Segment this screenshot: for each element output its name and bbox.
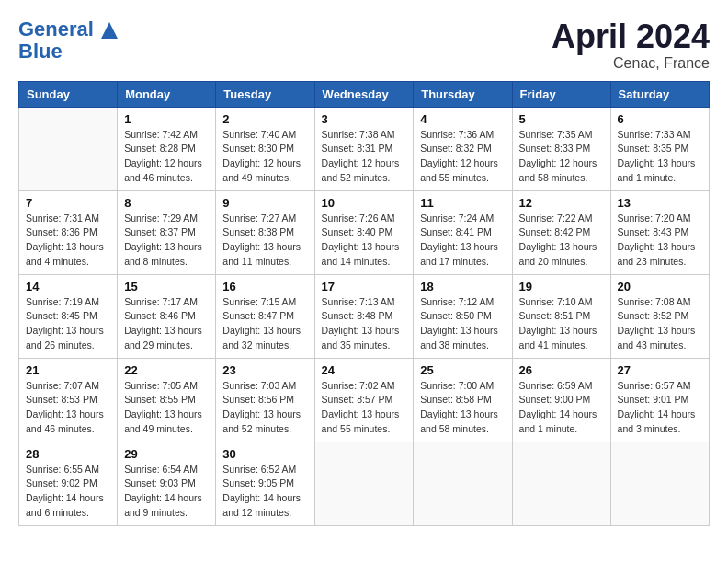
day-info: Sunrise: 7:22 AMSunset: 8:42 PMDaylight:… xyxy=(519,212,604,270)
calendar-cell: 7Sunrise: 7:31 AMSunset: 8:36 PMDaylight… xyxy=(19,190,118,274)
day-number: 11 xyxy=(420,196,505,210)
svg-marker-0 xyxy=(101,22,118,39)
day-number: 29 xyxy=(124,447,209,461)
col-header-monday: Monday xyxy=(118,81,216,107)
day-info: Sunrise: 7:42 AMSunset: 8:28 PMDaylight:… xyxy=(124,128,209,186)
col-header-friday: Friday xyxy=(512,81,610,107)
calendar-cell: 19Sunrise: 7:10 AMSunset: 8:51 PMDayligh… xyxy=(512,274,610,358)
day-info: Sunrise: 6:54 AMSunset: 9:03 PMDaylight:… xyxy=(124,463,209,521)
calendar-cell: 17Sunrise: 7:13 AMSunset: 8:48 PMDayligh… xyxy=(314,274,414,358)
day-number: 7 xyxy=(26,196,110,210)
calendar-cell xyxy=(314,442,414,525)
day-info: Sunrise: 7:20 AMSunset: 8:43 PMDaylight:… xyxy=(618,212,702,270)
day-info: Sunrise: 7:03 AMSunset: 8:56 PMDaylight:… xyxy=(222,379,307,437)
day-info: Sunrise: 7:40 AMSunset: 8:30 PMDaylight:… xyxy=(222,128,307,186)
calendar-cell: 18Sunrise: 7:12 AMSunset: 8:50 PMDayligh… xyxy=(414,274,512,358)
calendar-cell: 1Sunrise: 7:42 AMSunset: 8:28 PMDaylight… xyxy=(118,107,216,190)
day-number: 1 xyxy=(124,112,209,126)
day-number: 8 xyxy=(124,196,209,210)
week-row-2: 7Sunrise: 7:31 AMSunset: 8:36 PMDaylight… xyxy=(19,190,710,274)
day-info: Sunrise: 7:29 AMSunset: 8:37 PMDaylight:… xyxy=(124,212,209,270)
day-info: Sunrise: 7:31 AMSunset: 8:36 PMDaylight:… xyxy=(26,212,110,270)
col-header-sunday: Sunday xyxy=(19,81,118,107)
day-number: 27 xyxy=(618,363,702,377)
month-title: April 2024 xyxy=(552,18,710,55)
day-number: 20 xyxy=(618,280,702,293)
day-number: 12 xyxy=(519,196,604,210)
calendar-cell: 20Sunrise: 7:08 AMSunset: 8:52 PMDayligh… xyxy=(610,274,709,358)
day-number: 26 xyxy=(519,363,604,377)
logo: General Blue xyxy=(18,18,118,63)
calendar-cell: 2Sunrise: 7:40 AMSunset: 8:30 PMDaylight… xyxy=(216,107,314,190)
day-info: Sunrise: 7:07 AMSunset: 8:53 PMDaylight:… xyxy=(26,379,110,437)
logo-text: General xyxy=(18,18,118,40)
calendar-cell: 3Sunrise: 7:38 AMSunset: 8:31 PMDaylight… xyxy=(314,107,414,190)
day-number: 28 xyxy=(26,447,110,461)
day-number: 17 xyxy=(322,280,407,293)
calendar-header-row: SundayMondayTuesdayWednesdayThursdayFrid… xyxy=(19,81,710,107)
location: Cenac, France xyxy=(552,55,710,72)
day-info: Sunrise: 7:33 AMSunset: 8:35 PMDaylight:… xyxy=(618,128,702,186)
calendar-cell: 4Sunrise: 7:36 AMSunset: 8:32 PMDaylight… xyxy=(414,107,512,190)
calendar-cell: 24Sunrise: 7:02 AMSunset: 8:57 PMDayligh… xyxy=(314,358,414,442)
col-header-saturday: Saturday xyxy=(610,81,709,107)
col-header-thursday: Thursday xyxy=(414,81,512,107)
calendar-cell: 25Sunrise: 7:00 AMSunset: 8:58 PMDayligh… xyxy=(414,358,512,442)
day-info: Sunrise: 7:17 AMSunset: 8:46 PMDaylight:… xyxy=(124,295,209,353)
page-header: General Blue April 2024 Cenac, France xyxy=(18,18,710,72)
day-number: 30 xyxy=(222,447,307,461)
day-info: Sunrise: 7:24 AMSunset: 8:41 PMDaylight:… xyxy=(420,212,505,270)
day-info: Sunrise: 7:36 AMSunset: 8:32 PMDaylight:… xyxy=(420,128,505,186)
calendar-cell: 23Sunrise: 7:03 AMSunset: 8:56 PMDayligh… xyxy=(216,358,314,442)
day-info: Sunrise: 7:05 AMSunset: 8:55 PMDaylight:… xyxy=(124,379,209,437)
calendar-cell: 6Sunrise: 7:33 AMSunset: 8:35 PMDaylight… xyxy=(610,107,709,190)
day-number: 4 xyxy=(420,112,505,126)
week-row-1: 1Sunrise: 7:42 AMSunset: 8:28 PMDaylight… xyxy=(19,107,710,190)
day-info: Sunrise: 7:19 AMSunset: 8:45 PMDaylight:… xyxy=(26,295,110,353)
calendar-cell: 21Sunrise: 7:07 AMSunset: 8:53 PMDayligh… xyxy=(19,358,118,442)
col-header-wednesday: Wednesday xyxy=(314,81,414,107)
calendar-cell: 29Sunrise: 6:54 AMSunset: 9:03 PMDayligh… xyxy=(118,442,216,525)
day-number: 3 xyxy=(322,112,407,126)
calendar-cell: 27Sunrise: 6:57 AMSunset: 9:01 PMDayligh… xyxy=(610,358,709,442)
day-number: 16 xyxy=(222,280,307,293)
week-row-3: 14Sunrise: 7:19 AMSunset: 8:45 PMDayligh… xyxy=(19,274,710,358)
day-info: Sunrise: 7:27 AMSunset: 8:38 PMDaylight:… xyxy=(222,212,307,270)
day-info: Sunrise: 7:00 AMSunset: 8:58 PMDaylight:… xyxy=(420,379,505,437)
day-number: 22 xyxy=(124,363,209,377)
calendar-table: SundayMondayTuesdayWednesdayThursdayFrid… xyxy=(18,81,710,526)
day-info: Sunrise: 7:10 AMSunset: 8:51 PMDaylight:… xyxy=(519,295,604,353)
calendar-cell: 30Sunrise: 6:52 AMSunset: 9:05 PMDayligh… xyxy=(216,442,314,525)
day-info: Sunrise: 6:52 AMSunset: 9:05 PMDaylight:… xyxy=(222,463,307,521)
logo-blue-text: Blue xyxy=(18,40,118,63)
calendar-cell xyxy=(610,442,709,525)
day-number: 13 xyxy=(618,196,702,210)
calendar-cell: 12Sunrise: 7:22 AMSunset: 8:42 PMDayligh… xyxy=(512,190,610,274)
day-number: 19 xyxy=(519,280,604,293)
calendar-cell: 5Sunrise: 7:35 AMSunset: 8:33 PMDaylight… xyxy=(512,107,610,190)
day-number: 24 xyxy=(322,363,407,377)
day-number: 15 xyxy=(124,280,209,293)
day-info: Sunrise: 6:57 AMSunset: 9:01 PMDaylight:… xyxy=(618,379,702,437)
day-info: Sunrise: 7:02 AMSunset: 8:57 PMDaylight:… xyxy=(322,379,407,437)
week-row-4: 21Sunrise: 7:07 AMSunset: 8:53 PMDayligh… xyxy=(19,358,710,442)
day-info: Sunrise: 7:08 AMSunset: 8:52 PMDaylight:… xyxy=(618,295,702,353)
week-row-5: 28Sunrise: 6:55 AMSunset: 9:02 PMDayligh… xyxy=(19,442,710,525)
day-number: 6 xyxy=(618,112,702,126)
calendar-cell: 16Sunrise: 7:15 AMSunset: 8:47 PMDayligh… xyxy=(216,274,314,358)
day-number: 10 xyxy=(322,196,407,210)
day-info: Sunrise: 7:26 AMSunset: 8:40 PMDaylight:… xyxy=(322,212,407,270)
logo-icon xyxy=(101,22,118,39)
day-number: 14 xyxy=(26,280,110,293)
day-number: 21 xyxy=(26,363,110,377)
calendar-cell: 10Sunrise: 7:26 AMSunset: 8:40 PMDayligh… xyxy=(314,190,414,274)
day-number: 23 xyxy=(222,363,307,377)
day-info: Sunrise: 7:12 AMSunset: 8:50 PMDaylight:… xyxy=(420,295,505,353)
title-area: April 2024 Cenac, France xyxy=(552,18,710,72)
day-info: Sunrise: 7:13 AMSunset: 8:48 PMDaylight:… xyxy=(322,295,407,353)
day-number: 18 xyxy=(420,280,505,293)
day-number: 2 xyxy=(222,112,307,126)
calendar-cell: 9Sunrise: 7:27 AMSunset: 8:38 PMDaylight… xyxy=(216,190,314,274)
calendar-cell: 11Sunrise: 7:24 AMSunset: 8:41 PMDayligh… xyxy=(414,190,512,274)
calendar-cell: 14Sunrise: 7:19 AMSunset: 8:45 PMDayligh… xyxy=(19,274,118,358)
